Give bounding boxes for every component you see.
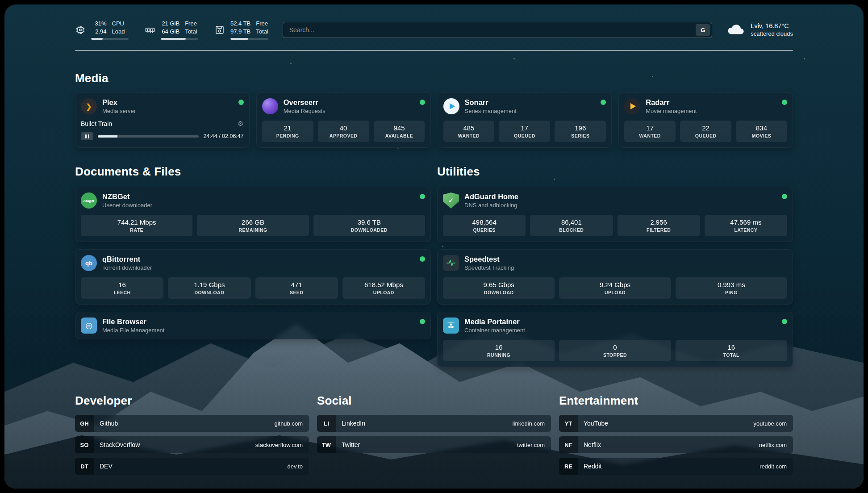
app-subtitle: Movie management xyxy=(646,108,697,114)
playback-progress-bar[interactable] xyxy=(98,135,199,138)
app-card-overseerr[interactable]: Overseerr Media Requests 21 PENDING 40 A… xyxy=(256,92,431,148)
section-title-social: Social xyxy=(317,394,551,408)
stat-tile: 16 RUNNING xyxy=(443,340,555,361)
app-card-filebrowser[interactable]: ◎ File Browser Media File Management xyxy=(75,312,431,339)
bookmarks-entertainment: Entertainment YT YouTube youtube.com NF … xyxy=(559,394,793,475)
app-card-nzbget[interactable]: nzbget NZBGet Usenet downloader 744.21 M… xyxy=(75,187,431,242)
bookmark-badge: SO xyxy=(75,436,94,453)
bookmark-reddit[interactable]: RE Reddit reddit.com xyxy=(559,458,793,475)
adguard-shield-icon: ✓ xyxy=(443,192,459,209)
section-title-documents: Documents & Files xyxy=(75,165,431,179)
bookmark-badge: NF xyxy=(559,436,578,453)
status-dot xyxy=(238,100,244,105)
bookmark-name: StackOverflow xyxy=(100,441,140,448)
stat-tile: 471 SEED xyxy=(255,277,338,299)
app-subtitle: Media File Management xyxy=(102,327,164,334)
app-name: qBittorrent xyxy=(102,255,152,263)
bookmark-badge: LI xyxy=(317,415,336,432)
stat-tile: 47.569 ms LATENCY xyxy=(705,215,787,236)
bookmark-github[interactable]: GH Github github.com xyxy=(75,415,309,432)
disk-total-value: 97.9 TB xyxy=(230,28,250,35)
cpu-load-label: Load xyxy=(112,28,129,35)
bookmark-netflix[interactable]: NF Netflix netflix.com xyxy=(559,436,793,453)
section-title-developer: Developer xyxy=(75,394,309,408)
bookmark-badge: GH xyxy=(75,415,94,432)
radarr-icon xyxy=(624,98,640,114)
search-engine-button[interactable]: G xyxy=(696,24,710,36)
app-subtitle: Torrent downloader xyxy=(102,264,152,271)
bookmark-badge: TW xyxy=(317,436,336,453)
app-subtitle: Usenet downloader xyxy=(102,202,152,209)
status-dot xyxy=(420,194,425,199)
system-stats: 31% CPU 2.94 Load 21 xyxy=(75,20,268,40)
bookmark-dev[interactable]: DT DEV dev.to xyxy=(75,458,309,475)
stat-tile: 2,956 FILTERED xyxy=(618,215,700,236)
stat-tile: 17 QUEUED xyxy=(499,121,550,142)
stat-tile: 485 WANTED xyxy=(443,121,495,142)
app-card-portainer[interactable]: Media Portainer Container management 16 … xyxy=(437,312,793,367)
disk-free-value: 52.4 TB xyxy=(230,20,250,27)
bookmark-linkedin[interactable]: LI LinkedIn linkedin.com xyxy=(317,415,551,432)
bookmark-twitter[interactable]: TW Twitter twitter.com xyxy=(317,436,551,453)
weather-condition: scattered clouds xyxy=(751,30,793,38)
weather-location-temp: Lviv, 16.87°C xyxy=(751,22,793,30)
status-dot xyxy=(420,256,425,262)
ram-usage-bar xyxy=(161,38,198,40)
app-card-speedtest[interactable]: Speedtest Speedtest Tracking 9.65 Gbps D… xyxy=(437,249,793,305)
cpu-widget: 31% CPU 2.94 Load xyxy=(75,20,129,40)
utilities-column: Utilities ✓ AdGuard Home DNS and adblock… xyxy=(437,165,793,367)
app-card-adguard[interactable]: ✓ AdGuard Home DNS and adblocking 498,56… xyxy=(437,187,793,242)
stat-tile: 86,401 BLOCKED xyxy=(530,215,613,236)
cpu-load-value: 2.94 xyxy=(91,28,107,35)
weather-widget: Lviv, 16.87°C scattered clouds xyxy=(726,22,793,38)
app-name: Sonarr xyxy=(465,98,517,107)
disk-usage-bar xyxy=(230,38,268,40)
stat-tile: 22 QUEUED xyxy=(680,121,731,142)
stat-tile: 40 APPROVED xyxy=(318,121,369,142)
speedtest-icon xyxy=(443,255,459,271)
app-card-sonarr[interactable]: Sonarr Series management 485 WANTED 17 Q… xyxy=(438,92,612,148)
section-title-utilities: Utilities xyxy=(437,165,793,179)
pause-button[interactable] xyxy=(81,132,93,140)
bookmarks-developer: Developer GH Github github.com SO StackO… xyxy=(75,394,309,475)
cpu-usage-value: 31% xyxy=(91,20,107,27)
app-card-radarr[interactable]: Radarr Movie management 17 WANTED 22 QUE… xyxy=(618,92,793,148)
search-input[interactable] xyxy=(283,22,713,38)
stat-tile: 0.993 ms PING xyxy=(676,277,787,299)
stat-tile: 17 WANTED xyxy=(624,121,676,142)
bookmark-url: stackoverflow.com xyxy=(255,442,303,448)
stat-tile: 1.19 Gbps DOWNLOAD xyxy=(168,277,250,299)
app-card-qbittorrent[interactable]: qb qBittorrent Torrent downloader 16 LEE… xyxy=(75,249,431,305)
filebrowser-icon: ◎ xyxy=(81,318,97,334)
stat-tile: 16 TOTAL xyxy=(676,340,787,361)
status-dot xyxy=(601,100,606,105)
app-name: File Browser xyxy=(102,318,164,326)
app-name: NZBGet xyxy=(102,192,152,201)
bookmark-badge: RE xyxy=(559,458,578,475)
app-name: Speedtest xyxy=(464,255,514,263)
bookmark-url: github.com xyxy=(274,420,303,427)
qbittorrent-icon: qb xyxy=(81,255,97,271)
bookmark-badge: DT xyxy=(75,458,94,475)
app-subtitle: Container management xyxy=(464,327,525,334)
app-subtitle: Media Requests xyxy=(284,108,326,114)
status-dot xyxy=(782,100,787,105)
documents-column: Documents & Files nzbget NZBGet Usenet d… xyxy=(75,165,431,339)
ram-total-label: Total xyxy=(185,28,198,35)
cpu-usage-bar xyxy=(91,38,129,40)
bookmark-url: dev.to xyxy=(288,463,303,470)
status-dot xyxy=(420,319,425,324)
disk-icon xyxy=(214,25,225,35)
app-card-plex[interactable]: ❯ Plex Media server Bullet Train ⚙ xyxy=(75,92,250,148)
stat-tile: 196 SERIES xyxy=(555,121,606,142)
bookmark-name: LinkedIn xyxy=(342,420,365,427)
header-divider xyxy=(75,50,793,51)
memory-icon xyxy=(145,25,155,35)
cloud-icon xyxy=(726,22,745,38)
bookmark-url: youtube.com xyxy=(754,420,787,427)
search-bar: G xyxy=(283,22,713,38)
gear-icon[interactable]: ⚙ xyxy=(238,120,243,128)
bookmark-youtube[interactable]: YT YouTube youtube.com xyxy=(559,415,793,432)
bookmark-url: twitter.com xyxy=(517,442,545,448)
bookmark-stackoverflow[interactable]: SO StackOverflow stackoverflow.com xyxy=(75,436,309,453)
